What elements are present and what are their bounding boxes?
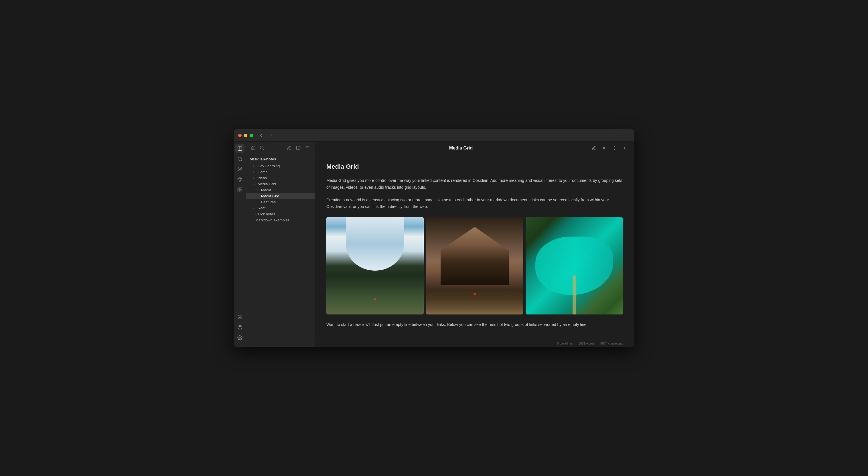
folder-media-grid-label: Media Grid (258, 182, 276, 186)
svg-rect-13 (238, 178, 239, 180)
file-sidebar: obsidian-notes › Dev Learning › Home › I… (246, 142, 315, 347)
forward-button[interactable] (268, 132, 275, 139)
chevron-right-icon: › (253, 207, 256, 210)
paragraph-1: Media Grid gives you more control over t… (327, 177, 623, 191)
image-aerial-lake[interactable] (526, 217, 623, 315)
content-header: Media Grid (315, 142, 634, 154)
home-button[interactable] (250, 144, 257, 151)
svg-rect-15 (239, 180, 241, 182)
svg-line-10 (240, 168, 241, 169)
titlebar-nav (258, 132, 275, 139)
more-options-button[interactable] (610, 144, 618, 152)
help-button[interactable] (235, 323, 245, 332)
maximize-button[interactable] (250, 134, 253, 137)
folder-ideas[interactable]: › Ideas (246, 175, 315, 181)
chevron-right-icon: › (256, 188, 260, 191)
folder-home[interactable]: › Home (246, 169, 315, 175)
chevron-right-icon: › (253, 165, 256, 168)
svg-line-12 (240, 170, 241, 171)
folder-media[interactable]: › Media (246, 187, 315, 193)
svg-rect-19 (238, 190, 240, 192)
svg-rect-18 (240, 188, 242, 190)
edit-button[interactable] (590, 144, 598, 152)
file-quick-notes-label: Quick notes (255, 212, 275, 216)
collapse-sidebar-button[interactable] (235, 144, 245, 153)
file-features-label: Features (261, 200, 276, 204)
sort-button[interactable] (304, 144, 311, 151)
paragraph-3: Want to start a new row? Just put an emp… (327, 321, 623, 328)
paragraph-2: Creating a new grid is as easy as placin… (327, 197, 623, 210)
file-features[interactable]: Features (246, 199, 315, 205)
graph-view-button[interactable] (235, 165, 245, 174)
media-grid (327, 217, 623, 315)
canvas-button[interactable] (235, 175, 245, 184)
backlinks-count: 0 backlinks (557, 342, 572, 345)
file-search-button[interactable] (258, 144, 266, 151)
image-temple[interactable] (426, 217, 523, 315)
chevron-right-icon: › (253, 170, 256, 174)
folder-root[interactable]: › Root (246, 205, 315, 211)
svg-rect-0 (238, 147, 242, 151)
svg-line-27 (263, 149, 264, 149)
character-count: 8074 characters (600, 342, 623, 345)
document-title-header: Media Grid (449, 146, 473, 151)
file-sidebar-header (246, 142, 315, 154)
main-layout: obsidian-notes › Dev Learning › Home › I… (234, 142, 634, 347)
chevron-right-icon: › (253, 176, 256, 180)
file-markdown-examples[interactable]: Markdown examples (246, 217, 315, 223)
file-markdown-examples-label: Markdown examples (255, 218, 289, 222)
svg-line-3 (241, 160, 242, 161)
file-quick-notes[interactable]: Quick notes (246, 211, 315, 217)
publish-button[interactable] (235, 313, 245, 322)
search-button[interactable] (235, 154, 245, 163)
traffic-lights (238, 134, 253, 137)
file-tree: obsidian-notes › Dev Learning › Home › I… (246, 154, 315, 347)
new-folder-button[interactable] (294, 144, 302, 151)
svg-point-25 (239, 337, 241, 338)
vault-name: obsidian-notes (246, 156, 315, 163)
image-waterfall[interactable] (327, 217, 424, 315)
document-title: Media Grid (327, 163, 623, 170)
plugins-button[interactable] (235, 185, 245, 195)
svg-rect-14 (241, 178, 242, 180)
folder-dev-learning[interactable]: › Dev Learning (246, 163, 315, 169)
icon-sidebar (234, 142, 246, 347)
icon-sidebar-bottom (235, 313, 245, 345)
file-media-grid[interactable]: Media Grid (246, 193, 315, 199)
svg-rect-20 (240, 190, 242, 192)
right-panel-toggle-button[interactable] (621, 144, 629, 152)
folder-dev-learning-label: Dev Learning (258, 164, 280, 168)
close-tab-button[interactable] (600, 144, 608, 152)
svg-point-33 (614, 146, 614, 147)
minimize-button[interactable] (244, 134, 247, 137)
folder-home-label: Home (258, 170, 268, 174)
content-footer: 0 backlinks 1051 words 8074 characters (315, 340, 634, 347)
content-area: Media Grid Media Gr (315, 142, 634, 347)
content-actions (590, 144, 629, 152)
file-sidebar-controls (250, 144, 284, 151)
content-body: Media Grid Media Grid gives you more con… (315, 154, 634, 340)
folder-media-grid[interactable]: ⌄ Media Grid (246, 181, 315, 187)
folder-ideas-label: Ideas (258, 176, 267, 180)
folder-root-label: Root (258, 206, 266, 210)
app-window: obsidian-notes › Dev Learning › Home › I… (234, 129, 634, 347)
titlebar (234, 129, 634, 142)
chevron-down-icon: ⌄ (253, 182, 256, 186)
close-button[interactable] (238, 134, 242, 137)
icon-sidebar-top (235, 144, 245, 313)
settings-button[interactable] (235, 333, 245, 342)
svg-line-9 (239, 168, 239, 169)
svg-rect-16 (239, 178, 241, 179)
svg-rect-17 (238, 188, 240, 190)
svg-point-34 (614, 148, 614, 148)
new-note-button[interactable] (285, 144, 293, 151)
word-count: 1051 words (578, 342, 595, 345)
svg-line-11 (239, 170, 239, 171)
folder-media-label: Media (261, 188, 271, 192)
back-button[interactable] (258, 132, 265, 139)
file-media-grid-label: Media Grid (261, 194, 279, 198)
